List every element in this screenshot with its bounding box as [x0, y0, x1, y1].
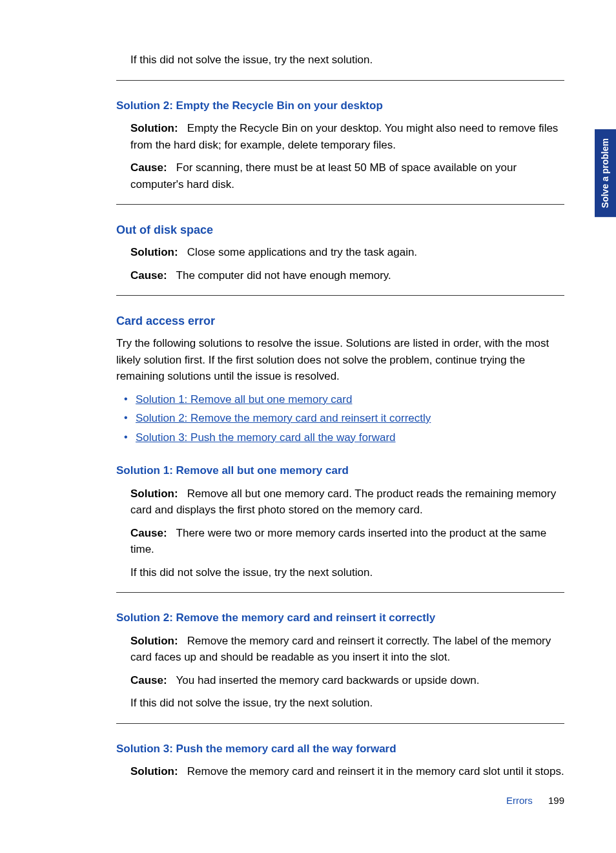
list-item: Solution 2: Remove the memory card and r…: [121, 410, 564, 427]
cause-label: Cause:: [130, 674, 167, 686]
cause-text: For scanning, there must be at least 50 …: [130, 161, 517, 190]
link-solution-3[interactable]: Solution 3: Push the memory card all the…: [136, 431, 396, 444]
divider: [116, 80, 564, 81]
page-footer: Errors 199: [506, 794, 564, 808]
link-solution-2[interactable]: Solution 2: Remove the memory card and r…: [136, 412, 431, 424]
cause-text: There were two or more memory cards inse…: [130, 527, 546, 556]
divider: [116, 592, 564, 593]
card-access-links: Solution 1: Remove all but one memory ca…: [116, 391, 564, 446]
cause-label: Cause:: [130, 161, 167, 174]
list-item: Solution 3: Push the memory card all the…: [121, 429, 564, 446]
cause-text: You had inserted the memory card backwar…: [176, 674, 480, 686]
link-solution-1[interactable]: Solution 1: Remove all but one memory ca…: [136, 393, 352, 406]
card-sol2-solution: Solution: Remove the memory card and rei…: [116, 633, 564, 666]
footer-page-number: 199: [548, 795, 564, 806]
solution-text: Remove the memory card and reinsert it i…: [187, 765, 564, 777]
card-sol2-try-next: If this did not solve the issue, try the…: [116, 695, 564, 712]
solution-label: Solution:: [130, 246, 178, 258]
solution2-recycle-heading: Solution 2: Empty the Recycle Bin on you…: [116, 98, 564, 114]
divider: [116, 723, 564, 724]
footer-section-label: Errors: [506, 795, 533, 806]
card-sol2-cause: Cause: You had inserted the memory card …: [116, 672, 564, 689]
solution-text: Close some applications and try the task…: [187, 246, 417, 258]
card-sol3-solution: Solution: Remove the memory card and rei…: [116, 763, 564, 780]
out-of-disk-solution: Solution: Close some applications and tr…: [116, 244, 564, 261]
list-item: Solution 1: Remove all but one memory ca…: [121, 391, 564, 408]
card-sol1-solution: Solution: Remove all but one memory card…: [116, 486, 564, 519]
divider: [116, 295, 564, 296]
solution-text: Empty the Recycle Bin on your desktop. Y…: [130, 122, 558, 151]
cause-label: Cause:: [130, 527, 167, 539]
card-sol1-heading: Solution 1: Remove all but one memory ca…: [116, 462, 564, 479]
solution-label: Solution:: [130, 635, 178, 647]
solution-text: Remove all but one memory card. The prod…: [130, 488, 556, 517]
solution-text: Remove the memory card and reinsert it c…: [130, 635, 551, 664]
out-of-disk-heading: Out of disk space: [116, 221, 564, 239]
card-access-intro: Try the following solutions to resolve t…: [116, 335, 564, 385]
intro-try-next: If this did not solve the issue, try the…: [116, 52, 564, 68]
card-sol1-try-next: If this did not solve the issue, try the…: [116, 564, 564, 581]
solution-label: Solution:: [130, 122, 178, 134]
card-sol2-heading: Solution 2: Remove the memory card and r…: [116, 610, 564, 626]
side-tab: Solve a problem: [595, 129, 616, 217]
solution2-recycle-cause: Cause: For scanning, there must be at le…: [116, 159, 564, 192]
page-content: If this did not solve the issue, try the…: [0, 0, 616, 806]
solution2-recycle-solution: Solution: Empty the Recycle Bin on your …: [116, 120, 564, 153]
card-access-heading: Card access error: [116, 313, 564, 330]
out-of-disk-cause: Cause: The computer did not have enough …: [116, 267, 564, 284]
solution-label: Solution:: [130, 765, 178, 777]
solution-label: Solution:: [130, 488, 178, 500]
cause-text: The computer did not have enough memory.: [176, 269, 391, 282]
card-sol1-cause: Cause: There were two or more memory car…: [116, 525, 564, 558]
divider: [116, 204, 564, 205]
card-sol3-heading: Solution 3: Push the memory card all the…: [116, 741, 564, 757]
cause-label: Cause:: [130, 269, 167, 282]
